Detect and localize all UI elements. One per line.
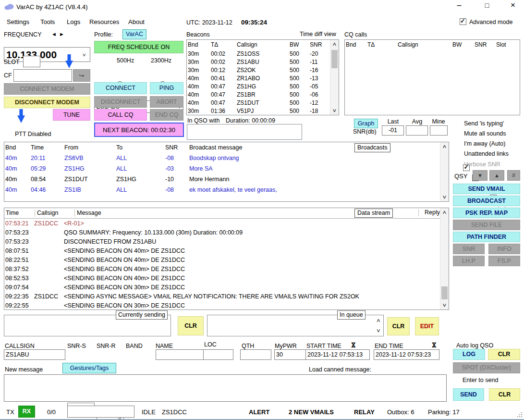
menu-item-logs[interactable]: Logs xyxy=(67,18,80,25)
frequency-prev-icon[interactable]: ◄ xyxy=(51,31,57,37)
table-row[interactable]: 08:52:53<SENDING BEACON ON 40m> DE ZS1DC… xyxy=(4,273,440,283)
bc-col-message[interactable]: Broadcast message xyxy=(188,142,440,153)
table-row[interactable]: 08:07:51<SENDING BEACON ON 40m> DE ZS1DC… xyxy=(4,246,440,255)
resize-grip[interactable] xyxy=(521,416,522,417)
cq-col-callsign[interactable]: Callsign xyxy=(397,40,451,49)
scrollbar-thumb[interactable] xyxy=(331,50,338,68)
bc-col-from[interactable]: From xyxy=(63,142,115,153)
currently-sending-box[interactable]: Currently sending xyxy=(4,315,171,336)
queue-scroll-down-icon[interactable]: ∨ xyxy=(374,327,383,334)
table-row[interactable]: 30m00:02ZS1OSS500-20 xyxy=(187,49,330,58)
disconnect-button[interactable]: DISCONNECT xyxy=(94,96,147,108)
log-scrollbar[interactable]: ∧ ∨ xyxy=(440,208,449,309)
table-row[interactable]: 40m05:29ZS1HGALL-03More SA xyxy=(4,163,440,174)
relay-indicator[interactable]: RELAY xyxy=(354,408,375,416)
callsign-field[interactable] xyxy=(4,349,65,360)
table-row[interactable]: 09:07:54<SENDING BEACON ON 30m> DE ZS1DC… xyxy=(4,283,440,292)
scroll-down-icon[interactable]: ∨ xyxy=(439,302,451,309)
spot-dxcluster-button[interactable]: SPOT (DXCluster) xyxy=(453,362,520,373)
table-row[interactable]: 40m00:41ZR1ABO500-13 xyxy=(187,74,330,82)
path-finder-button[interactable]: PATH FINDER xyxy=(453,232,520,242)
disconnect-modem-button[interactable]: DISCONNECT MODEM xyxy=(4,97,90,108)
broadcasts-badge[interactable]: Broadcasts xyxy=(354,143,390,152)
table-row[interactable]: 40m04:46ZS1IBALL-08ek moet afskakel, te … xyxy=(4,185,440,195)
close-button[interactable]: × xyxy=(504,0,522,11)
table-row[interactable]: 07:53:21ZS1DCC<R-01> xyxy=(4,219,440,228)
advanced-mode-checkbox[interactable] xyxy=(460,18,466,25)
qth-field[interactable] xyxy=(240,349,271,360)
status-input[interactable] xyxy=(67,406,134,418)
cq-col-tdelta[interactable]: TΔ xyxy=(366,40,397,49)
log-clr-button[interactable]: CLR xyxy=(488,349,520,360)
start-time-field[interactable] xyxy=(305,349,370,360)
log-col-time[interactable]: Time xyxy=(4,210,35,217)
bc-col-to[interactable]: To xyxy=(115,142,164,153)
frequency-next-icon[interactable]: ► xyxy=(59,31,64,37)
cq-col-snr[interactable]: SNR xyxy=(474,40,495,49)
graph-button[interactable]: Graph xyxy=(354,119,378,128)
bc-col-bnd[interactable]: Bnd xyxy=(4,142,30,153)
fsp-button[interactable]: FS.P xyxy=(488,256,520,266)
next-beacon-button[interactable]: NEXT BEACON: 00:02:30 xyxy=(94,123,184,137)
gestures-tags-button[interactable]: Gestures/Tags xyxy=(62,363,116,373)
cf-input[interactable] xyxy=(13,69,72,82)
cq-col-slot[interactable]: Slot xyxy=(495,40,520,49)
send-clr-button[interactable]: CLR xyxy=(489,388,520,401)
connect-button[interactable]: CONNECT xyxy=(94,82,147,94)
table-row[interactable]: 30m01:36V51PJ500-18 xyxy=(187,107,330,115)
snr-button[interactable]: SNR xyxy=(453,244,485,254)
call-cq-button[interactable]: CALL CQ xyxy=(94,109,147,121)
beacons-col-bnd[interactable]: Bnd xyxy=(187,40,210,49)
loc-field[interactable] xyxy=(203,349,233,360)
end-time-field[interactable] xyxy=(374,349,439,360)
qsy-slot-button[interactable]: # xyxy=(507,170,520,181)
abort-button[interactable]: ABORT xyxy=(150,96,183,108)
new-vmails-indicator[interactable]: 2 NEW VMAILS xyxy=(289,408,334,416)
table-row[interactable]: 40m00:47ZS1BR500-06 xyxy=(187,90,330,99)
table-row[interactable]: 08:37:52<SENDING BEACON ON 40m> DE ZS1DC… xyxy=(4,264,440,273)
in-queue-box[interactable]: In queue ∧ ∨ xyxy=(207,315,384,336)
table-row[interactable]: 40m08:54ZS1DUTZS1HG-10More Hermann xyxy=(4,174,440,185)
send-file-button[interactable]: SEND FILE xyxy=(453,220,520,230)
bc-col-time[interactable]: Time xyxy=(30,142,63,153)
currently-sending-clr-button[interactable]: CLR xyxy=(178,316,204,335)
psk-reporter-map-button[interactable]: PSK REP. MAP xyxy=(453,208,520,218)
scroll-up-icon[interactable]: ∧ xyxy=(329,41,341,48)
data-stream-badge[interactable]: Data stream xyxy=(354,209,393,218)
beacons-col-snr[interactable]: SNR xyxy=(309,40,330,49)
log-button[interactable]: LOG xyxy=(453,349,485,360)
ping-button[interactable]: PING xyxy=(150,82,183,94)
table-row[interactable]: 07:53:23DISCONNECTED FROM ZS1ABU xyxy=(4,237,440,246)
freq-schedule-button[interactable]: FREQ SCHEDULE ON xyxy=(94,41,183,53)
cq-col-bw[interactable]: BW xyxy=(451,40,474,49)
profile-value-badge[interactable]: VarAC xyxy=(122,29,146,39)
broadcast-button[interactable]: BROADCAST xyxy=(453,196,520,206)
scrollbar-thumb[interactable] xyxy=(441,286,448,299)
beacons-col-callsign[interactable]: Callsign xyxy=(236,40,289,49)
menu-item-tools[interactable]: Tools xyxy=(40,18,55,25)
bc-col-snr[interactable]: SNR xyxy=(164,142,188,153)
send-button[interactable]: SEND xyxy=(453,388,484,401)
queue-scroll-up-icon[interactable]: ∧ xyxy=(374,317,383,324)
beacons-col-bw[interactable]: BW xyxy=(289,40,309,49)
table-row[interactable]: 30m00:12ZS2OK500-16 xyxy=(187,66,330,74)
slot-input[interactable] xyxy=(23,56,40,67)
scroll-up-icon[interactable]: ∧ xyxy=(439,143,451,150)
connect-modem-button[interactable]: CONNECT MODEM xyxy=(4,83,90,95)
beacons-col-tdelta[interactable]: TΔ xyxy=(210,40,236,49)
end-cq-button[interactable]: END CQ xyxy=(150,109,183,121)
info-button[interactable]: INFO xyxy=(488,244,520,254)
queue-clr-button[interactable]: CLR xyxy=(387,317,410,335)
table-row[interactable]: 40m20:11ZS6VBALL-08Boodskap ontvang xyxy=(4,153,440,163)
minimize-button[interactable]: – xyxy=(451,1,468,12)
scroll-up-icon[interactable]: ∧ xyxy=(439,209,451,216)
qsy-down-button[interactable]: ▼ xyxy=(473,170,487,181)
table-row[interactable]: 30m00:02ZS1ABU500-11 xyxy=(187,58,330,66)
beacons-scrollbar[interactable]: ∧ ∨ xyxy=(330,40,339,115)
cf-apply-button[interactable]: ↪ xyxy=(73,69,90,82)
new-message-input[interactable] xyxy=(4,374,447,402)
table-row[interactable]: 09:22:35ZS1DCC<SENDING ASYNC MESSAGE> VM… xyxy=(4,292,440,301)
tune-button[interactable]: TUNE xyxy=(53,109,90,121)
log-col-callsign[interactable]: Callsign xyxy=(35,210,75,217)
scroll-down-icon[interactable]: ∨ xyxy=(439,194,451,200)
